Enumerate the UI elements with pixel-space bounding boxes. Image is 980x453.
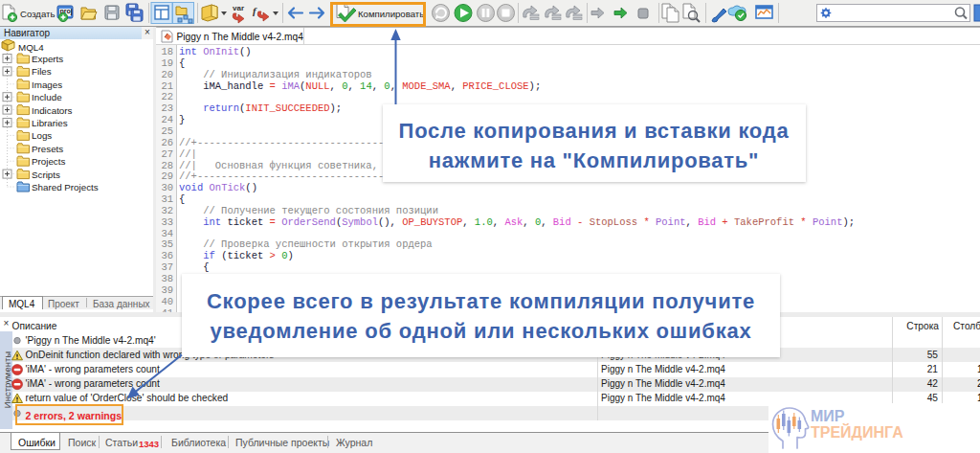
svg-text:ТРЕЙДИНГА: ТРЕЙДИНГА [811, 423, 903, 441]
svg-text:МИР: МИР [811, 408, 845, 424]
svg-text:var: var [233, 4, 244, 12]
svg-text:f: f [253, 5, 257, 16]
